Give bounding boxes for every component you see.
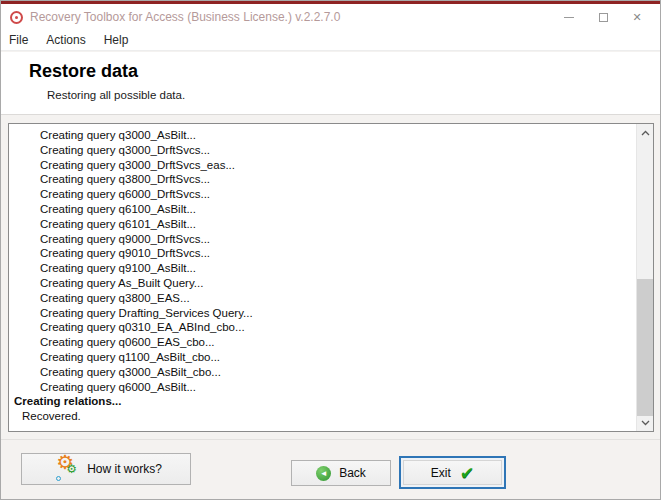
- recovery-log-box[interactable]: Creating query q3000_AsBilt...Creating q…: [8, 123, 654, 432]
- close-button[interactable]: ✕: [620, 4, 654, 30]
- back-arrow-icon: ◄: [316, 466, 331, 481]
- back-label: Back: [339, 466, 366, 480]
- log-line: Recovered.: [10, 409, 635, 424]
- log-line: Creating query q3000_DrftSvcs...: [10, 143, 635, 158]
- log-line: Creating query q6101_AsBilt...: [10, 217, 635, 232]
- app-icon: [10, 11, 23, 24]
- page-title: Restore data: [29, 61, 138, 82]
- log-line: Creating query q0310_EA_ABInd_cbo...: [10, 320, 635, 335]
- scroll-down-icon[interactable]: [637, 414, 653, 431]
- app-window: Recovery Toolbox for Access (Business Li…: [0, 0, 661, 500]
- log-line: Creating query q9100_AsBilt...: [10, 261, 635, 276]
- footer-bar: ⚙ ⚙ How it works? ◄ Back Exit ✔: [1, 439, 660, 499]
- log-line: Creating query q3000_AsBilt...: [10, 128, 635, 143]
- log-line: Creating query q6000_DrftSvcs...: [10, 187, 635, 202]
- title-bar[interactable]: Recovery Toolbox for Access (Business Li…: [1, 4, 660, 30]
- log-line: Creating query As_Built Query...: [10, 276, 635, 291]
- log-line: Creating query q9010_DrftSvcs...: [10, 246, 635, 261]
- back-button[interactable]: ◄ Back: [291, 460, 391, 486]
- menu-actions[interactable]: Actions: [46, 33, 85, 47]
- log-line: Creating query q3000_AsBilt_cbo...: [10, 365, 635, 380]
- log-line: Creating query q1100_AsBilt_cbo...: [10, 350, 635, 365]
- scrollbar-thumb[interactable]: [637, 279, 653, 416]
- log-line: Creating query q6000_AsBilt...: [10, 380, 635, 395]
- log-line: Creating relations...: [10, 394, 635, 409]
- menu-file[interactable]: File: [9, 33, 28, 47]
- log-line: Creating query q3000_DrftSvcs_eas...: [10, 158, 635, 173]
- log-line: Creating query q0600_EAS_cbo...: [10, 335, 635, 350]
- minimize-button[interactable]: [552, 4, 586, 30]
- how-it-works-button[interactable]: ⚙ ⚙ How it works?: [21, 453, 191, 485]
- log-line: Creating query q9000_DrftSvcs...: [10, 232, 635, 247]
- log-line: Creating query Drafting_Services Query..…: [10, 306, 635, 321]
- page-subtitle: Restoring all possible data.: [47, 89, 185, 101]
- scroll-up-icon[interactable]: [637, 124, 653, 141]
- vertical-scrollbar[interactable]: [636, 124, 653, 431]
- log-list: Creating query q3000_AsBilt...Creating q…: [10, 128, 635, 424]
- checkmark-icon: ✔: [460, 463, 474, 483]
- maximize-button[interactable]: [586, 4, 620, 30]
- menu-help[interactable]: Help: [104, 33, 129, 47]
- log-line: Creating query q6100_AsBilt...: [10, 202, 635, 217]
- exit-label: Exit: [431, 466, 451, 480]
- log-line: Creating query q3800_EAS...: [10, 291, 635, 306]
- gears-icon: ⚙ ⚙: [50, 456, 80, 482]
- window-title: Recovery Toolbox for Access (Business Li…: [30, 10, 340, 24]
- how-it-works-label: How it works?: [87, 462, 162, 476]
- menu-bar: File Actions Help: [1, 30, 660, 51]
- exit-button[interactable]: Exit ✔: [399, 456, 506, 489]
- window-controls: ✕: [552, 4, 654, 30]
- header-panel: Restore data Restoring all possible data…: [1, 52, 660, 115]
- log-line: Creating query q3800_DrftSvcs...: [10, 172, 635, 187]
